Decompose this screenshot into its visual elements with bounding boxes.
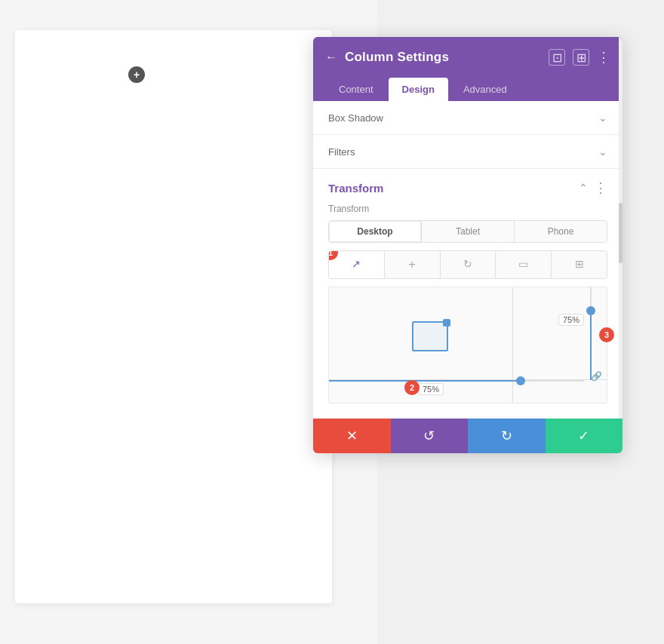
badge-2: 2: [404, 380, 420, 395]
transform-preview: 75% 3 75% 2 🔗: [328, 287, 607, 403]
column-settings-panel: ← Column Settings ⊡ ⊞ ⋮ Content Design A…: [313, 37, 622, 453]
filters-chevron: ⌄: [598, 146, 607, 158]
transform-more-icon[interactable]: ⋮: [594, 179, 607, 196]
transform-header[interactable]: Transform ⌃ ⋮: [313, 169, 622, 204]
transform-tool-scale[interactable]: 1 ↗: [329, 251, 385, 278]
box-shadow-section: Box Shadow ⌄: [313, 101, 622, 135]
transform-tool-origin[interactable]: ⊞: [552, 251, 607, 278]
cancel-icon: ✕: [346, 428, 358, 444]
expand-icon[interactable]: ⊡: [549, 49, 565, 66]
device-tab-tablet[interactable]: Tablet: [422, 221, 515, 242]
box-shadow-label: Box Shadow: [328, 112, 383, 124]
tab-design[interactable]: Design: [389, 78, 448, 101]
tab-advanced[interactable]: Advanced: [450, 78, 521, 101]
link-icon[interactable]: 🔗: [591, 371, 602, 382]
redo-button[interactable]: ↻: [468, 419, 546, 453]
transform-section: Transform ⌃ ⋮ Transform Desktop Tablet P…: [313, 169, 622, 419]
skew-icon: ▭: [518, 258, 528, 270]
redo-icon: ↻: [501, 428, 512, 444]
scale-box: [412, 321, 448, 351]
add-element-button[interactable]: +: [128, 66, 145, 83]
transform-tool-skew[interactable]: ▭: [496, 251, 552, 278]
panel-header-left: ← Column Settings: [325, 50, 449, 65]
horizontal-slider-fill: [329, 380, 521, 382]
vertical-slider-thumb[interactable]: [586, 306, 595, 315]
box-shadow-header[interactable]: Box Shadow ⌄: [313, 101, 622, 134]
save-button[interactable]: ✓: [546, 419, 623, 453]
preview-vertical-line: [512, 287, 513, 403]
panel-tabs: Content Design Advanced: [313, 78, 622, 101]
scale-icon: ↗: [352, 258, 361, 270]
badge-1: 1: [328, 250, 338, 260]
filters-header[interactable]: Filters ⌄: [313, 135, 622, 168]
back-icon[interactable]: ←: [325, 51, 337, 64]
cancel-button[interactable]: ✕: [313, 419, 391, 453]
transform-tool-move[interactable]: +: [385, 251, 441, 278]
scroll-thumb[interactable]: [619, 203, 622, 263]
undo-button[interactable]: ↺: [391, 419, 469, 453]
scale-box-corner: [443, 319, 450, 327]
vertical-slider-value: 75%: [558, 314, 584, 326]
move-icon: +: [409, 258, 416, 271]
vertical-slider-track: [590, 287, 592, 380]
save-icon: ✓: [578, 428, 589, 444]
layout-icon[interactable]: ⊞: [573, 49, 589, 66]
transform-tool-rotate[interactable]: ↻: [441, 251, 496, 278]
vertical-slider-fill: [590, 311, 592, 380]
transform-sub-label: Transform: [313, 204, 622, 220]
badge-3: 3: [599, 327, 614, 342]
origin-icon: ⊞: [575, 258, 584, 270]
filters-section: Filters ⌄: [313, 135, 622, 169]
canvas-white-box: [15, 30, 332, 603]
transform-tools: 1 ↗ + ↻ ▭ ⊞: [328, 250, 607, 279]
more-options-icon[interactable]: ⋮: [597, 49, 610, 66]
filters-label: Filters: [328, 146, 355, 158]
preview-inner: 75% 3 75% 2 🔗: [329, 287, 607, 403]
transform-title: Transform: [328, 182, 383, 195]
rotate-icon: ↻: [463, 258, 472, 270]
horizontal-slider-value: 75%: [418, 383, 444, 395]
device-tabs: Desktop Tablet Phone: [328, 220, 607, 243]
transform-chevron-icon: ⌃: [579, 182, 588, 194]
panel-title: Column Settings: [345, 50, 449, 65]
horizontal-slider-track: [329, 380, 584, 382]
panel-body: Box Shadow ⌄ Filters ⌄ Transform ⌃ ⋮ Tra…: [313, 101, 622, 453]
box-shadow-chevron: ⌄: [598, 112, 607, 124]
tab-content[interactable]: Content: [325, 78, 387, 101]
transform-header-right: ⌃ ⋮: [579, 179, 607, 196]
panel-header: ← Column Settings ⊡ ⊞ ⋮: [313, 37, 622, 78]
undo-icon: ↺: [423, 428, 435, 444]
panel-header-right: ⊡ ⊞ ⋮: [549, 49, 610, 66]
device-tab-desktop[interactable]: Desktop: [329, 221, 422, 242]
horizontal-slider-thumb[interactable]: [516, 376, 525, 385]
action-bar: ✕ ↺ ↻ ✓: [313, 419, 622, 453]
scroll-track: [619, 37, 622, 453]
device-tab-phone[interactable]: Phone: [515, 221, 607, 242]
